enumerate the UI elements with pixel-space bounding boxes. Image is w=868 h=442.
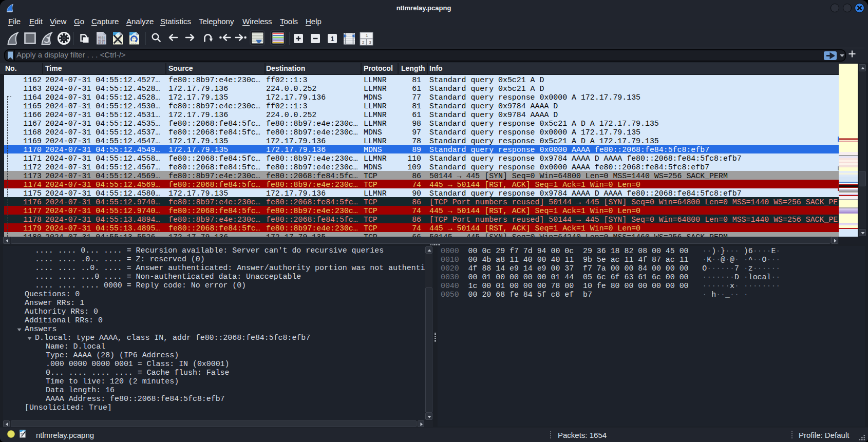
svg-text:1: 1 — [331, 35, 334, 43]
svg-text:1: 1 — [366, 33, 368, 38]
svg-text:0111: 0111 — [98, 42, 105, 45]
svg-text:2: 2 — [362, 40, 365, 45]
svg-text:011: 011 — [131, 43, 137, 45]
svg-text:3: 3 — [369, 40, 372, 45]
